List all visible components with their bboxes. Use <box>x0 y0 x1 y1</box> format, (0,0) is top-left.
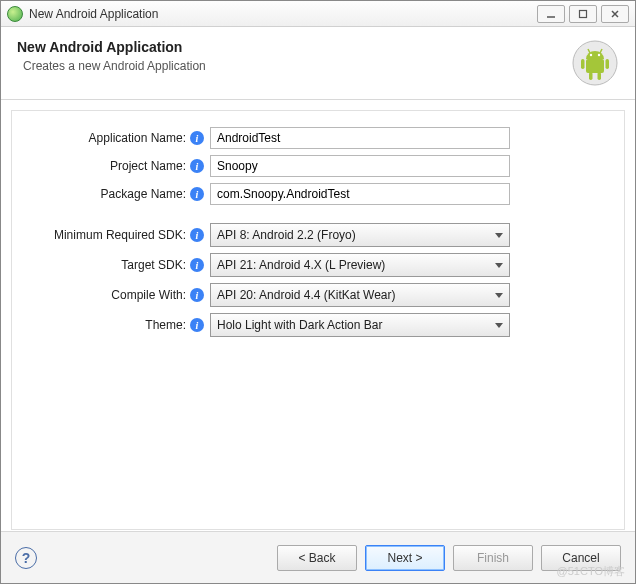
info-icon[interactable]: i <box>190 288 204 302</box>
package-name-input[interactable] <box>210 183 510 205</box>
target-sdk-label: Target SDK: <box>36 258 186 272</box>
app-name-input[interactable] <box>210 127 510 149</box>
theme-value: Holo Light with Dark Action Bar <box>217 318 495 332</box>
project-name-input[interactable] <box>210 155 510 177</box>
finish-button: Finish <box>453 545 533 571</box>
form-area: Application Name: i Project Name: i Pack… <box>11 110 625 530</box>
window-title: New Android Application <box>29 7 537 21</box>
info-icon[interactable]: i <box>190 318 204 332</box>
chevron-down-icon <box>495 233 503 238</box>
compile-with-value: API 20: Android 4.4 (KitKat Wear) <box>217 288 495 302</box>
banner-heading: New Android Application <box>17 39 571 55</box>
info-icon[interactable]: i <box>190 131 204 145</box>
svg-rect-9 <box>598 72 602 80</box>
project-name-label: Project Name: <box>36 159 186 173</box>
cancel-button[interactable]: Cancel <box>541 545 621 571</box>
svg-point-12 <box>590 54 592 56</box>
min-sdk-select[interactable]: API 8: Android 2.2 (Froyo) <box>210 223 510 247</box>
svg-rect-6 <box>581 59 585 69</box>
back-button[interactable]: < Back <box>277 545 357 571</box>
theme-select[interactable]: Holo Light with Dark Action Bar <box>210 313 510 337</box>
svg-rect-1 <box>580 10 587 17</box>
minimize-button[interactable] <box>537 5 565 23</box>
window-controls <box>537 5 629 23</box>
min-sdk-label: Minimum Required SDK: <box>36 228 186 242</box>
title-bar: New Android Application <box>1 1 635 27</box>
wizard-banner: New Android Application Creates a new An… <box>1 27 635 100</box>
banner-subtitle: Creates a new Android Application <box>23 59 571 73</box>
theme-label: Theme: <box>36 318 186 332</box>
chevron-down-icon <box>495 263 503 268</box>
wizard-footer: ? < Back Next > Finish Cancel <box>1 531 635 583</box>
compile-with-select[interactable]: API 20: Android 4.4 (KitKat Wear) <box>210 283 510 307</box>
target-sdk-value: API 21: Android 4.X (L Preview) <box>217 258 495 272</box>
close-button[interactable] <box>601 5 629 23</box>
chevron-down-icon <box>495 293 503 298</box>
chevron-down-icon <box>495 323 503 328</box>
info-icon[interactable]: i <box>190 187 204 201</box>
info-icon[interactable]: i <box>190 159 204 173</box>
svg-rect-7 <box>606 59 610 69</box>
svg-rect-5 <box>586 59 604 73</box>
svg-rect-8 <box>589 72 593 80</box>
next-button[interactable]: Next > <box>365 545 445 571</box>
app-name-label: Application Name: <box>36 131 186 145</box>
android-app-icon <box>7 6 23 22</box>
help-icon[interactable]: ? <box>15 547 37 569</box>
info-icon[interactable]: i <box>190 228 204 242</box>
package-name-label: Package Name: <box>36 187 186 201</box>
android-robot-icon <box>571 39 619 87</box>
svg-point-13 <box>598 54 600 56</box>
info-icon[interactable]: i <box>190 258 204 272</box>
min-sdk-value: API 8: Android 2.2 (Froyo) <box>217 228 495 242</box>
target-sdk-select[interactable]: API 21: Android 4.X (L Preview) <box>210 253 510 277</box>
maximize-button[interactable] <box>569 5 597 23</box>
compile-with-label: Compile With: <box>36 288 186 302</box>
